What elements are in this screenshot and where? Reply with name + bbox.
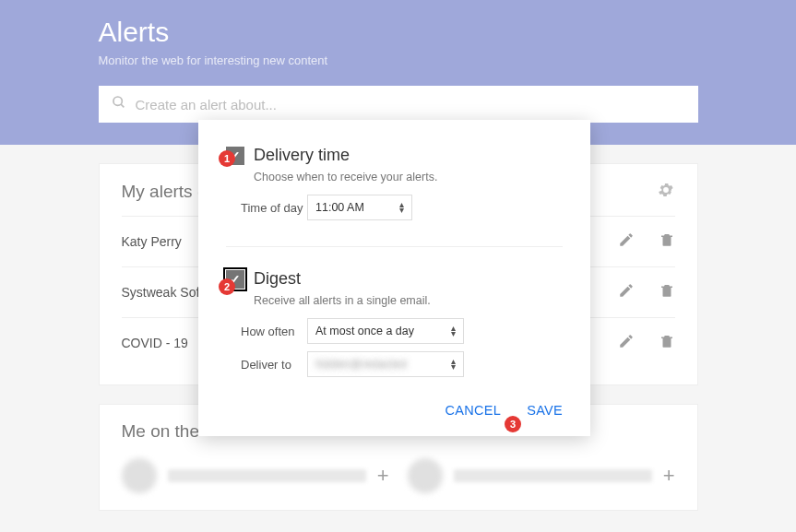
- delivery-time-title: Delivery time: [254, 146, 350, 165]
- page-title: Alerts: [99, 17, 698, 48]
- how-often-label: How often: [241, 325, 307, 338]
- time-of-day-select[interactable]: 11:00 AM ▴▾: [307, 195, 412, 220]
- spinner-icon: ▴▾: [451, 359, 456, 370]
- settings-dialog: ✓ Delivery time Choose when to receive y…: [198, 120, 590, 436]
- save-button[interactable]: SAVE: [527, 403, 563, 418]
- plus-icon[interactable]: +: [377, 464, 389, 488]
- annotation-badge-2: 2: [219, 278, 235, 295]
- annotation-badge-1: 1: [219, 150, 235, 167]
- digest-desc: Receive all alerts in a single email.: [254, 294, 563, 307]
- page-subtitle: Monitor the web for interesting new cont…: [99, 53, 698, 67]
- search-input[interactable]: [136, 97, 685, 112]
- delivery-time-group: ✓ Delivery time Choose when to receive y…: [226, 146, 563, 220]
- search-icon: [112, 95, 126, 113]
- how-often-value: At most once a day: [315, 325, 414, 337]
- my-alerts-title: My alerts (: [122, 182, 204, 202]
- alert-name: COVID - 19: [122, 336, 188, 350]
- digest-title: Digest: [254, 269, 301, 289]
- avatar: [408, 458, 443, 493]
- divider: [226, 246, 563, 247]
- pencil-icon[interactable]: [618, 282, 635, 302]
- svg-point-0: [113, 97, 122, 105]
- search-box[interactable]: [99, 86, 698, 123]
- deliver-to-select[interactable]: hidden@redacted ▴▾: [307, 351, 464, 377]
- trash-icon[interactable]: [659, 282, 675, 302]
- spinner-icon: ▴▾: [399, 202, 404, 213]
- plus-icon[interactable]: +: [663, 464, 675, 488]
- avatar: [122, 458, 157, 493]
- me-item: +: [122, 458, 389, 493]
- pencil-icon[interactable]: [618, 333, 635, 353]
- trash-icon[interactable]: [659, 333, 675, 353]
- digest-group: ✓ Digest Receive all alerts in a single …: [226, 269, 563, 377]
- alert-name: Systweak Soft: [122, 285, 204, 300]
- spinner-icon: ▴▾: [451, 325, 456, 337]
- deliver-to-value: hidden@redacted: [315, 358, 407, 371]
- annotation-badge-3: 3: [505, 416, 521, 432]
- deliver-to-label: Deliver to: [241, 358, 307, 372]
- trash-icon[interactable]: [659, 231, 675, 252]
- time-of-day-label: Time of day: [241, 201, 307, 215]
- time-of-day-value: 11:00 AM: [315, 201, 364, 214]
- pencil-icon[interactable]: [618, 231, 635, 252]
- delivery-time-desc: Choose when to receive your alerts.: [254, 171, 563, 183]
- gear-icon[interactable]: [657, 181, 675, 203]
- cancel-button[interactable]: CANCEL: [446, 403, 502, 418]
- me-item-text: [454, 469, 652, 482]
- me-item: +: [408, 458, 675, 493]
- how-often-select[interactable]: At most once a day ▴▾: [307, 318, 464, 344]
- me-item-text: [168, 469, 366, 482]
- svg-line-1: [121, 104, 124, 107]
- alert-name: Katy Perry: [122, 234, 182, 249]
